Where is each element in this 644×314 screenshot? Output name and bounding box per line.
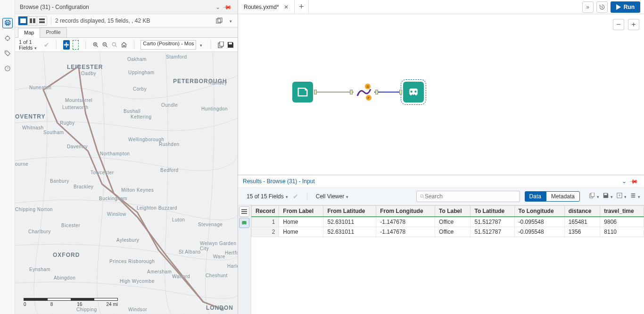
col-to-lat[interactable]: To Latitude [471,206,514,217]
results-title: Results - Browse (31) - Input [243,178,315,185]
config-title-text: Browse (31) - Configuration [20,4,89,10]
zoom-out-button[interactable]: − [613,19,624,30]
svg-text:?: ? [7,67,8,70]
scale-bar: 0 8 16 24 mi [24,298,118,307]
results-table-wrap[interactable]: Record From Label From Latitude From Lon… [251,205,644,314]
output-anchor[interactable] [314,90,317,94]
col-from-label[interactable]: From Label [279,206,323,217]
doc-tab-routes[interactable]: Routes.yxmd* ✕ [238,0,295,14]
pin-icon[interactable]: 📌 [221,0,233,13]
svg-point-1 [6,51,7,52]
search-input[interactable] [425,193,517,200]
basemap-picker[interactable]: Carto (Positron) - Mos [140,40,204,50]
copy-icon[interactable] [218,40,224,50]
wire-2 [374,92,402,93]
new-tab-button[interactable]: + [295,0,309,14]
history-icon[interactable] [596,1,608,13]
check-icon[interactable]: ✔ [293,193,298,200]
tag-icon[interactable] [2,48,13,59]
output-anchor[interactable] [375,90,378,94]
fields-count[interactable]: 15 of 15 Fields [247,193,288,200]
select-button[interactable] [73,40,79,50]
city-leicester: LEICESTER [67,64,103,70]
play-icon [616,4,621,10]
input-tool-node[interactable] [292,82,313,102]
document-tabs: Routes.yxmd* ✕ + » Run [238,0,644,14]
fields-picker[interactable]: 1 of 1 Fields [19,39,41,51]
list-menu-icon[interactable] [630,193,640,200]
pan-button[interactable] [63,40,70,50]
svg-rect-16 [15,52,238,314]
svg-rect-10 [218,18,222,22]
city-coventry: OVENTRY [15,113,46,120]
save-icon[interactable] [227,40,234,50]
col-to-label[interactable]: To Label [435,206,471,217]
results-toolbar: 15 of 15 Fields ✔ Cell Viewer Data Metad… [238,187,644,205]
zoom-in-button[interactable]: + [628,19,639,30]
col-record[interactable]: Record [252,206,279,217]
chevron-down-icon[interactable]: ⌄ [620,178,628,185]
zoom-fit-icon[interactable] [111,40,118,50]
cell-viewer-dropdown[interactable]: Cell Viewer [316,193,348,200]
svg-rect-7 [39,18,45,20]
svg-text:+: + [618,193,620,198]
svg-point-20 [304,93,305,94]
home-icon[interactable] [121,40,127,50]
gear-icon[interactable] [2,18,13,28]
overflow-button[interactable]: » [582,1,594,13]
copy-menu-icon[interactable] [589,193,599,200]
svg-rect-9 [216,19,221,23]
run-label: Run [624,4,635,10]
config-titlebar: Browse (31) - Configuration ⌄ 📌 [15,0,238,14]
run-button[interactable]: Run [611,1,640,13]
zoom-out-icon[interactable] [102,40,108,50]
table-row[interactable]: 1 Home 52.631011 -1.147678 Office 51.512… [252,217,644,227]
right-pane: Routes.yxmd* ✕ + » Run − + [238,0,644,314]
route-tool-node[interactable]: S F [354,82,374,102]
col-from-lon[interactable]: From Longitude [376,206,435,217]
layout-single-button[interactable] [18,17,28,25]
input-anchor[interactable] [350,90,353,94]
layout-split-v-button[interactable] [28,17,37,25]
svg-rect-27 [591,193,594,197]
workflow-canvas[interactable]: − + S F [238,14,644,175]
svg-text:S: S [366,85,369,89]
close-icon[interactable]: ✕ [284,4,289,10]
svg-point-0 [5,36,9,40]
map-area[interactable]: LEICESTER PETERBOROUGH OVENTRY OXFORD LO… [15,52,238,314]
table-row[interactable]: 2 Home 52.631011 -1.147678 Office 51.512… [252,227,644,237]
pin-icon[interactable]: 📌 [627,175,640,187]
target-icon[interactable] [2,33,13,43]
tab-map[interactable]: Map [18,28,40,38]
popout-icon[interactable] [215,16,224,25]
zoom-in-icon[interactable] [92,40,99,50]
col-travel-time[interactable]: travel_time [600,206,644,217]
fields-picker-label: 1 of 1 Fields [19,39,39,51]
layout-split-h-button[interactable] [37,17,47,25]
browse-tool-node[interactable] [403,82,424,102]
svg-point-19 [304,92,305,93]
col-distance[interactable]: distance [564,206,600,217]
metadata-tab[interactable]: Metadata [546,191,580,202]
check-icon[interactable]: ✔ [44,41,50,49]
col-from-lat[interactable]: From Latitude [323,206,376,217]
city-london: LONDON [206,305,233,311]
chevron-down-icon[interactable]: ⌄ [214,4,222,10]
help-icon[interactable]: ? [2,63,13,74]
city-oxford: OXFORD [53,252,80,258]
col-to-lon[interactable]: To Longitude [514,206,564,217]
save-menu-icon[interactable] [603,193,613,200]
binoculars-icon[interactable] [239,218,249,228]
left-iconbar: ? [0,0,15,314]
tab-profile[interactable]: Profile [40,27,66,37]
toolbar-more-icon[interactable] [226,17,234,24]
records-summary: 2 records displayed, 15 fields, , 42 KB [55,17,150,24]
doc-tab-label: Routes.yxmd* [244,4,279,10]
data-tab[interactable]: Data [525,191,546,202]
search-box[interactable] [416,191,520,202]
input-anchor[interactable] [399,90,402,94]
config-panel: Browse (31) - Configuration ⌄ 📌 2 record… [15,0,238,314]
map-toolbar: 1 of 1 Fields ✔ Carto (Positron) - Mos [15,38,238,52]
new-window-menu-icon[interactable]: + [617,193,627,200]
rows-icon[interactable] [239,206,249,217]
